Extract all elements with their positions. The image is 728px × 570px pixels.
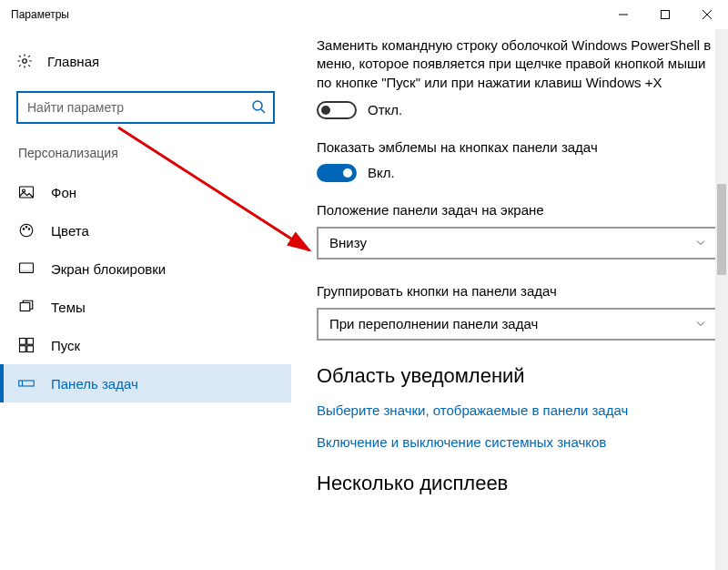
link-select-icons[interactable]: Выберите значки, отображаемые в панели з… — [317, 402, 717, 418]
titlebar: Параметры — [0, 0, 728, 29]
setting-combine-label: Группировать кнопки на панели задач — [317, 283, 717, 299]
sidebar-home[interactable]: Главная — [0, 47, 291, 75]
sidebar-item-label: Панель задач — [51, 376, 138, 392]
svg-point-4 — [23, 59, 27, 64]
taskbar-icon — [18, 375, 35, 392]
search-icon — [251, 99, 266, 117]
sidebar-home-label: Главная — [47, 54, 99, 69]
close-button[interactable] — [686, 0, 728, 29]
svg-rect-14 — [20, 270, 34, 272]
svg-line-6 — [261, 109, 265, 113]
sidebar-item-themes[interactable]: Темы — [0, 288, 291, 326]
svg-rect-15 — [20, 303, 30, 311]
dropdown-combine-buttons[interactable]: При переполнении панели задач — [317, 308, 717, 341]
svg-rect-1 — [662, 11, 670, 19]
toggle-badges[interactable] — [317, 164, 357, 182]
svg-rect-17 — [27, 339, 34, 345]
sidebar-item-taskbar[interactable]: Панель задач — [0, 364, 291, 402]
svg-point-10 — [23, 229, 25, 230]
dropdown-value: Внизу — [329, 235, 367, 250]
chevron-down-icon — [695, 235, 706, 250]
sidebar-item-label: Фон — [51, 185, 76, 200]
vertical-scrollbar[interactable] — [715, 29, 728, 570]
chevron-down-icon — [695, 316, 706, 331]
picture-icon — [18, 184, 35, 200]
search-placeholder: Найти параметр — [27, 100, 251, 115]
sidebar-item-label: Экран блокировки — [51, 261, 166, 277]
svg-point-12 — [28, 229, 30, 230]
svg-point-11 — [25, 227, 27, 229]
setting-badges-text: Показать эмблемы на кнопках панели задач — [317, 139, 717, 155]
main-panel: Заменить командную строку оболочкой Wind… — [291, 29, 728, 570]
toggle-powershell-row: Откл. — [317, 101, 717, 119]
gear-icon — [16, 53, 33, 69]
toggle-powershell-state: Откл. — [368, 102, 402, 117]
maximize-button[interactable] — [644, 0, 686, 29]
section-notification-area: Область уведомлений — [317, 364, 717, 388]
sidebar-item-label: Темы — [51, 300, 86, 315]
section-multiple-displays: Несколько дисплеев — [317, 472, 717, 495]
link-system-icons[interactable]: Включение и выключение системных значков — [317, 434, 717, 450]
palette-icon — [18, 222, 35, 239]
sidebar-item-start[interactable]: Пуск — [0, 326, 291, 364]
svg-rect-20 — [19, 381, 35, 386]
sidebar-item-background[interactable]: Фон — [0, 173, 291, 211]
minimize-button[interactable] — [602, 0, 644, 29]
toggle-badges-state: Вкл. — [368, 165, 395, 180]
setting-powershell-text: Заменить командную строку оболочкой Wind… — [317, 36, 717, 92]
themes-icon — [18, 299, 35, 315]
toggle-powershell[interactable] — [317, 101, 357, 119]
setting-position-label: Положение панели задач на экране — [317, 202, 717, 218]
svg-rect-19 — [27, 346, 34, 352]
svg-rect-18 — [20, 346, 26, 352]
dropdown-taskbar-position[interactable]: Внизу — [317, 227, 717, 260]
search-input[interactable]: Найти параметр — [16, 91, 275, 124]
sidebar: Главная Найти параметр Персонализация Фо… — [0, 29, 291, 570]
toggle-badges-row: Вкл. — [317, 164, 717, 182]
svg-rect-16 — [20, 339, 26, 345]
sidebar-item-label: Цвета — [51, 223, 89, 239]
scrollbar-thumb[interactable] — [717, 184, 726, 275]
sidebar-category: Персонализация — [0, 146, 291, 173]
svg-point-5 — [253, 101, 262, 110]
sidebar-item-colors[interactable]: Цвета — [0, 211, 291, 249]
window-title: Параметры — [11, 8, 69, 21]
dropdown-value: При переполнении панели задач — [329, 316, 538, 331]
sidebar-item-lockscreen[interactable]: Экран блокировки — [0, 249, 291, 288]
start-icon — [18, 337, 35, 353]
sidebar-item-label: Пуск — [51, 338, 80, 353]
lockscreen-icon — [18, 260, 35, 277]
